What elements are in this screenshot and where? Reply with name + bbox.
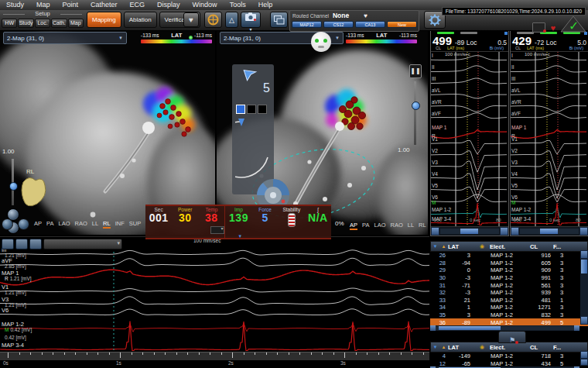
point-row-32[interactable]: 32-3MAP 1-29393 bbox=[430, 289, 588, 297]
point-row-30[interactable]: 30-3MAP 1-29913 bbox=[430, 274, 588, 282]
table-tab-button[interactable]: ⚑ bbox=[498, 331, 526, 343]
ecg-heart-button[interactable]: ♥ bbox=[183, 12, 199, 27]
scroll-down-button[interactable] bbox=[580, 359, 588, 366]
map-left-header[interactable]: 2-Map (31, 0) ▼ bbox=[3, 32, 127, 44]
ecg-annotation-panel-1[interactable]: 499-89 Loc0.5CLLAT (ms)Bi (mV)100 mm/sec… bbox=[430, 30, 509, 236]
column-cl[interactable]: CL bbox=[530, 243, 553, 250]
point-row-31[interactable]: 31-71MAP 1-25613 bbox=[430, 281, 588, 289]
setup-cath--button[interactable]: Cath. bbox=[51, 19, 67, 28]
orientation-rl[interactable]: RL bbox=[419, 222, 426, 230]
column-elect[interactable]: Elect. bbox=[490, 243, 530, 250]
menu-window[interactable]: Window bbox=[186, 0, 224, 10]
menu-display[interactable]: Display bbox=[151, 0, 186, 10]
tag-column-icon[interactable]: ◉ bbox=[474, 344, 490, 350]
scroll-right-button[interactable] bbox=[579, 227, 588, 236]
orientation-lao[interactable]: LAO bbox=[58, 220, 70, 229]
point-row-33[interactable]: 3321MAP 1-24811 bbox=[430, 297, 588, 304]
menu-study[interactable]: Study bbox=[0, 0, 30, 10]
channel-cs12-button[interactable]: CS12 bbox=[323, 21, 354, 28]
menu-tools[interactable]: Tools bbox=[224, 0, 252, 10]
menu-map[interactable]: Map bbox=[30, 0, 56, 10]
menu-help[interactable]: Help bbox=[252, 0, 279, 10]
column-lat[interactable]: LAT bbox=[448, 344, 474, 351]
scroll-right-button[interactable] bbox=[500, 227, 508, 236]
chevron-down-icon[interactable]: ▼ bbox=[335, 36, 340, 40]
orientation-inf[interactable]: INF bbox=[115, 220, 125, 229]
map-right-slider[interactable] bbox=[414, 81, 416, 145]
snapshot-caret[interactable]: ▾ bbox=[249, 27, 251, 32]
scroll-track[interactable] bbox=[520, 229, 579, 234]
channel-ca13-button[interactable]: CA13 bbox=[355, 21, 385, 28]
orientation-ll[interactable]: LL bbox=[92, 220, 98, 229]
map-right-slider-knob[interactable] bbox=[412, 101, 420, 110]
panel-scrollbar[interactable] bbox=[431, 226, 508, 236]
scroll-track[interactable] bbox=[440, 229, 499, 234]
rotation-knob-icon[interactable] bbox=[18, 218, 29, 230]
scroll-down-button[interactable] bbox=[580, 316, 588, 325]
column-lat[interactable]: LAT bbox=[448, 243, 474, 250]
snapshot-button[interactable]: ▾ bbox=[241, 12, 261, 28]
temp-dropdown[interactable] bbox=[210, 226, 224, 234]
arrow-cursor-icon[interactable] bbox=[243, 66, 258, 81]
pause-button[interactable]: ❚❚ bbox=[409, 64, 422, 78]
point-row-28[interactable]: 28-94MAP 1-26053 bbox=[430, 260, 588, 267]
point-row-29[interactable]: 290MAP 1-29093 bbox=[430, 267, 588, 274]
orientation-lao[interactable]: LAO bbox=[374, 222, 385, 230]
scroll-thumb[interactable] bbox=[581, 260, 587, 273]
menu-ecg[interactable]: ECG bbox=[124, 0, 152, 10]
ecg-layout-button-2[interactable] bbox=[15, 239, 28, 249]
ablation-button[interactable]: Ablation bbox=[124, 12, 157, 28]
tag-column-icon[interactable]: ◉ bbox=[474, 243, 490, 249]
orientation-rao[interactable]: RAO bbox=[74, 220, 87, 229]
menu-point[interactable]: Point bbox=[56, 0, 85, 10]
time-ruler[interactable]: 0s1s2s3s bbox=[0, 352, 429, 360]
filter-icon[interactable]: ▼ bbox=[431, 244, 439, 249]
orientation-pa[interactable]: PA bbox=[46, 220, 53, 229]
setup-hw-button[interactable]: HW bbox=[2, 19, 17, 28]
orientation-rl[interactable]: RL bbox=[103, 220, 111, 229]
setup-map-button[interactable]: Map bbox=[68, 19, 84, 28]
point-row-26[interactable]: 263MAP 1-29163 bbox=[430, 252, 588, 260]
color-swatch-black-2[interactable] bbox=[258, 105, 267, 114]
vertical-scrollbar[interactable] bbox=[580, 351, 588, 366]
scroll-left-button[interactable] bbox=[511, 227, 519, 236]
column-cl[interactable]: CL bbox=[530, 344, 553, 351]
column-f[interactable]: F... bbox=[553, 344, 572, 351]
point-row-4[interactable]: 4-149MAP 1-27183 bbox=[430, 353, 588, 360]
new-channel-button[interactable]: New bbox=[387, 21, 417, 28]
column-elect[interactable]: Elect. bbox=[490, 344, 530, 351]
ecg-annotation-panel-2[interactable]: 429-72 Loc5.0CLLAT (ms)Bi (mV)100 mm/sec… bbox=[510, 30, 588, 236]
color-swatch-black-1[interactable] bbox=[247, 105, 256, 114]
scroll-left-button[interactable] bbox=[431, 227, 439, 236]
scroll-left-button[interactable] bbox=[430, 325, 436, 331]
scroll-track[interactable] bbox=[436, 326, 574, 330]
scroll-up-button[interactable] bbox=[580, 351, 588, 359]
sort-icon[interactable]: ▲ bbox=[439, 244, 448, 249]
scroll-thumb[interactable] bbox=[540, 229, 558, 234]
zoom-slider-knob-left[interactable] bbox=[9, 182, 18, 191]
sort-icon[interactable]: ▲ bbox=[439, 345, 448, 349]
horizontal-scrollbar[interactable] bbox=[430, 325, 579, 331]
setup-loc--button[interactable]: Loc. bbox=[35, 19, 50, 28]
chevron-down-icon[interactable]: ▼ bbox=[118, 36, 123, 40]
scroll-up-button[interactable] bbox=[580, 250, 588, 259]
orientation-ap[interactable]: AP bbox=[350, 222, 357, 230]
orientation-pa[interactable]: PA bbox=[362, 222, 369, 230]
color-swatch-blue[interactable] bbox=[236, 105, 245, 114]
column-f[interactable]: F... bbox=[553, 243, 572, 250]
point-row-34[interactable]: 341MAP 1-212713 bbox=[430, 304, 588, 311]
mapping-button[interactable]: Mapping bbox=[87, 12, 121, 28]
rotation-knob-icon[interactable] bbox=[2, 218, 13, 230]
point-row-35[interactable]: 353MAP 1-28323 bbox=[430, 311, 588, 319]
ecg-layout-button-1[interactable] bbox=[2, 239, 14, 249]
triangle-tool-button[interactable]: △ bbox=[225, 12, 238, 28]
orientation-rao[interactable]: RAO bbox=[390, 222, 402, 230]
scroll-thumb[interactable] bbox=[439, 326, 501, 330]
filter-icon[interactable]: ▼ bbox=[431, 345, 439, 349]
compass-button[interactable] bbox=[204, 12, 222, 28]
menu-catheter[interactable]: Catheter bbox=[84, 0, 124, 10]
panel-scrollbar[interactable] bbox=[511, 226, 588, 236]
orientation-ap[interactable]: AP bbox=[34, 220, 42, 229]
orientation-ll[interactable]: LL bbox=[408, 222, 414, 230]
setup-study-button[interactable]: Study bbox=[18, 19, 33, 28]
